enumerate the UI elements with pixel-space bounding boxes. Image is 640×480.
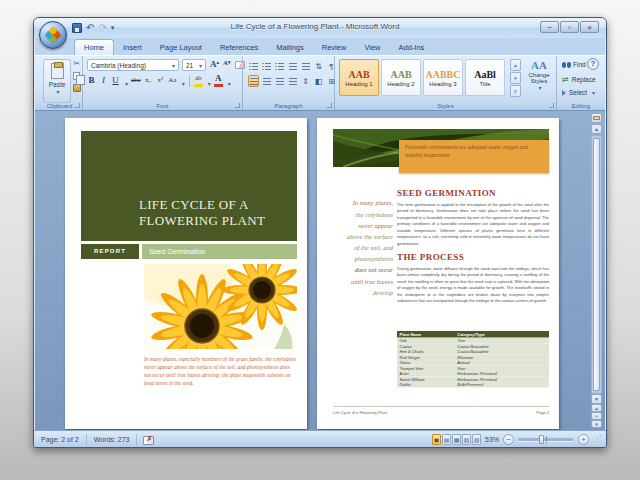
previous-page-button[interactable]: ▴ — [591, 404, 602, 412]
zoom-in-button[interactable]: + — [578, 434, 589, 445]
superscript-button[interactable]: x² — [156, 74, 165, 87]
separator — [189, 75, 190, 87]
styles-dialog-launcher[interactable] — [549, 103, 554, 108]
tab-view[interactable]: View — [355, 40, 389, 55]
office-button[interactable] — [39, 21, 67, 49]
resize-grip-icon[interactable]: ⋰ — [593, 435, 601, 443]
styles-scroll-up-icon[interactable]: ▴ — [510, 59, 521, 71]
minimize-button[interactable]: − — [540, 21, 559, 33]
paragraph-dialog-launcher[interactable] — [327, 103, 332, 108]
scroll-up-button[interactable]: ▲ — [591, 124, 602, 134]
shading-icon[interactable]: ◧ — [313, 75, 324, 87]
zoom-slider-track[interactable] — [518, 438, 574, 441]
bold-button[interactable]: B — [87, 74, 96, 87]
paste-dropdown-icon[interactable]: ▾ — [56, 88, 59, 95]
shrink-font-button[interactable]: A▾ — [223, 59, 231, 67]
web-layout-view-button[interactable]: ▦ — [452, 434, 461, 445]
font-name-dropdown-icon[interactable]: ▾ — [172, 62, 175, 69]
decrease-indent-icon[interactable] — [287, 60, 298, 72]
font-color-dropdown-icon[interactable]: ▾ — [228, 80, 231, 87]
page-indicator[interactable]: Page: 2 of 2 — [34, 434, 87, 445]
clipboard-dialog-launcher[interactable] — [75, 103, 80, 108]
align-right-icon[interactable] — [274, 75, 285, 87]
font-size-combo[interactable]: 21 ▾ — [182, 59, 206, 71]
style-heading-1[interactable]: AABHeading 1 — [339, 59, 379, 96]
format-painter-icon[interactable] — [73, 84, 81, 92]
style-heading-2[interactable]: AABHeading 2 — [381, 59, 421, 96]
spelling-check-icon[interactable]: ✗ — [143, 436, 154, 445]
change-case-button[interactable]: Aa — [168, 74, 177, 87]
save-icon[interactable] — [72, 23, 82, 33]
outline-view-button[interactable]: ▧ — [462, 434, 471, 445]
replace-button[interactable]: ⇄ Replace — [562, 75, 596, 84]
tab-mailings[interactable]: Mailings — [267, 40, 313, 55]
numbering-icon[interactable] — [261, 60, 272, 72]
justify-icon[interactable] — [287, 75, 298, 87]
word-count[interactable]: Words: 273 — [87, 434, 138, 445]
styles-more-icon[interactable]: ≡ — [510, 85, 521, 97]
ruler-toggle-button[interactable] — [591, 113, 602, 123]
select-button[interactable]: Select ▾ — [562, 89, 595, 96]
full-screen-reading-view-button[interactable]: ▤ — [442, 434, 451, 445]
grow-font-button[interactable]: A▴ — [210, 59, 219, 69]
style-preview: AAB — [390, 69, 411, 80]
align-left-icon[interactable] — [248, 75, 259, 87]
underline-button[interactable]: U — [111, 74, 120, 87]
cut-icon[interactable]: ✂ — [73, 60, 80, 68]
table-row: DahliaBulb/Perennial — [397, 382, 549, 388]
print-layout-view-button[interactable]: ▣ — [432, 434, 441, 445]
bullets-icon[interactable] — [248, 60, 259, 72]
paste-button[interactable]: Paste ▾ — [43, 59, 71, 103]
font-size-value: 21 — [186, 62, 193, 69]
qat-customize-dropdown-icon[interactable]: ▾ — [111, 24, 115, 32]
zoom-level[interactable]: 53% — [485, 436, 499, 443]
restore-button[interactable]: ▫ — [560, 21, 579, 33]
next-page-button[interactable]: ▾ — [591, 420, 602, 428]
tab-review[interactable]: Review — [313, 40, 356, 55]
tab-home[interactable]: Home — [74, 39, 114, 55]
align-center-icon[interactable] — [261, 75, 272, 87]
style-heading-3[interactable]: AABBCHeading 3 — [423, 59, 463, 96]
subscript-button[interactable]: x₂ — [144, 74, 153, 87]
highlight-color-button[interactable]: ab — [194, 74, 203, 87]
tab-add-ins[interactable]: Add-Ins — [390, 40, 434, 55]
highlight-dropdown-icon[interactable]: ▾ — [208, 80, 211, 87]
scroll-down-button[interactable]: ▼ — [591, 394, 602, 404]
font-size-dropdown-icon[interactable]: ▾ — [199, 62, 202, 69]
browse-object-button[interactable]: • — [591, 412, 602, 420]
change-case-dropdown-icon[interactable]: ▾ — [182, 80, 185, 87]
tab-insert[interactable]: Insert — [114, 40, 151, 55]
font-color-button[interactable]: A — [214, 74, 223, 87]
scrollbar-track[interactable] — [591, 135, 602, 394]
undo-icon[interactable]: ↶ — [86, 22, 94, 34]
multilevel-list-icon[interactable] — [274, 60, 285, 72]
style-title[interactable]: AaBlTitle — [465, 59, 505, 96]
styles-scroll-down-icon[interactable]: ▾ — [510, 72, 521, 84]
style-label: Title — [479, 81, 490, 87]
zoom-slider-thumb[interactable] — [539, 435, 544, 444]
status-bar: Page: 2 of 2 Words: 273 ✗ ▣▤▦▧▨ 53% − + … — [34, 430, 606, 447]
style-label: Heading 3 — [429, 81, 456, 87]
copy-icon[interactable] — [73, 72, 80, 80]
status-bar-right: ▣▤▦▧▨ 53% − + ⋰ — [432, 431, 601, 447]
page-2[interactable]: Favorable environments are adequate wate… — [317, 118, 559, 429]
increase-indent-icon[interactable] — [300, 60, 311, 72]
paragraph-1: The term germination is applied to the r… — [397, 201, 549, 247]
scrollbar-thumb[interactable] — [593, 138, 600, 391]
sort-icon[interactable]: ⇅ — [313, 60, 324, 72]
line-spacing-icon[interactable]: ⇕ — [300, 75, 311, 87]
tab-page-layout[interactable]: Page Layout — [151, 40, 211, 55]
close-button[interactable]: × — [580, 21, 599, 33]
italic-button[interactable]: I — [99, 74, 108, 87]
redo-icon[interactable]: ↷ — [98, 22, 106, 34]
strikethrough-button[interactable]: abe — [131, 74, 141, 87]
tab-references[interactable]: References — [211, 40, 267, 55]
draft-view-button[interactable]: ▨ — [472, 434, 481, 445]
font-dialog-launcher[interactable] — [235, 103, 240, 108]
underline-dropdown-icon[interactable]: ▾ — [125, 80, 128, 87]
change-styles-button[interactable]: AA Change Styles ▾ — [524, 59, 554, 103]
zoom-out-button[interactable]: − — [503, 434, 514, 445]
page-1[interactable]: LIFE CYCLE OF A FLOWERING PLANT REPORT S… — [65, 118, 307, 429]
font-name-combo[interactable]: Cambria (Heading) ▾ — [87, 59, 179, 71]
help-button[interactable]: ? — [587, 58, 599, 70]
